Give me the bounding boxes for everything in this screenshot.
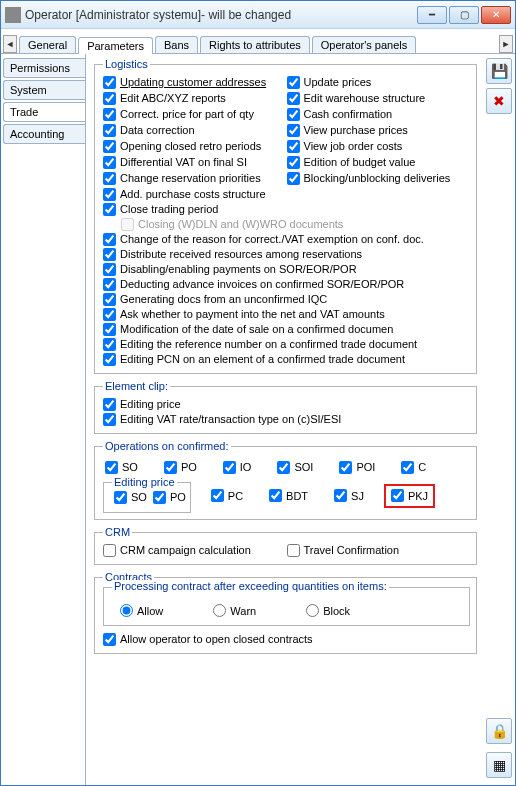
chk-box[interactable] xyxy=(287,76,300,89)
chk-box[interactable] xyxy=(103,544,116,557)
chk-item[interactable]: Add. purchase costs structure xyxy=(103,187,470,201)
chk-item[interactable]: Update prices xyxy=(287,75,471,89)
chk-item[interactable]: Travel Confirmation xyxy=(287,543,471,557)
vtab-accounting[interactable]: Accounting xyxy=(3,124,85,144)
chk-box[interactable] xyxy=(103,308,116,321)
chk-item[interactable]: Cash confirmation xyxy=(287,107,471,121)
chk-item[interactable]: Deducting advance invoices on confirmed … xyxy=(103,277,470,291)
tab-panels[interactable]: Operator's panels xyxy=(312,36,416,53)
chk-item[interactable]: C xyxy=(401,460,426,474)
chk-box[interactable] xyxy=(103,278,116,291)
chk-item[interactable]: Disabling/enabling payments on SOR/EOR/P… xyxy=(103,262,470,276)
chk-box[interactable] xyxy=(334,489,347,502)
chk-box[interactable] xyxy=(269,489,282,502)
chk-box[interactable] xyxy=(287,108,300,121)
chk-box[interactable] xyxy=(164,461,177,474)
vtab-system[interactable]: System xyxy=(3,80,85,100)
chk-pkj-box[interactable] xyxy=(391,489,404,502)
chk-box[interactable] xyxy=(103,140,116,153)
chk-item[interactable]: Differential VAT on final SI xyxy=(103,155,287,169)
chk-item[interactable]: Editing PCN on an element of a confirmed… xyxy=(103,352,470,366)
chk-item[interactable]: Editing VAT rate/transaction type on (c)… xyxy=(103,412,470,426)
chk-item[interactable]: Generating docs from an unconfirmed IQC xyxy=(103,292,470,306)
chk-box[interactable] xyxy=(103,233,116,246)
chk-box[interactable] xyxy=(287,140,300,153)
chk-box[interactable] xyxy=(103,156,116,169)
chk-box[interactable] xyxy=(103,263,116,276)
chk-box[interactable] xyxy=(287,544,300,557)
chk-item[interactable]: IO xyxy=(223,460,252,474)
chk-item[interactable]: Edit warehouse structure xyxy=(287,91,471,105)
chk-item[interactable]: Close trading period xyxy=(103,202,470,216)
chk-box[interactable] xyxy=(103,323,116,336)
save-button[interactable]: 💾 xyxy=(486,58,512,84)
vtab-permissions[interactable]: Permissions xyxy=(3,58,85,78)
radio-block[interactable]: Block xyxy=(306,604,350,617)
chk-box[interactable] xyxy=(105,461,118,474)
maximize-button[interactable]: ▢ xyxy=(449,6,479,24)
chk-box[interactable] xyxy=(277,461,290,474)
chk-item[interactable]: Data correction xyxy=(103,123,287,137)
chk-box[interactable] xyxy=(103,172,116,185)
chk-box[interactable] xyxy=(287,156,300,169)
chk-item[interactable]: SO xyxy=(105,460,138,474)
tab-bans[interactable]: Bans xyxy=(155,36,198,53)
chk-item[interactable]: Distribute received resources among rese… xyxy=(103,247,470,261)
chk-box[interactable] xyxy=(103,124,116,137)
tab-scroll-right[interactable]: ► xyxy=(499,35,513,53)
tab-rights[interactable]: Rights to attributes xyxy=(200,36,310,53)
chk-box[interactable] xyxy=(103,413,116,426)
chk-item[interactable]: Change of the reason for correct./VAT ex… xyxy=(103,232,470,246)
chk-item[interactable]: Change reservation priorities xyxy=(103,171,287,185)
chk-box[interactable] xyxy=(103,76,116,89)
chk-box[interactable] xyxy=(103,293,116,306)
chk-allow-open-closed[interactable]: Allow operator to open closed contracts xyxy=(103,632,470,646)
chk-item[interactable]: CRM campaign calculation xyxy=(103,543,287,557)
chk-box[interactable] xyxy=(223,461,236,474)
chk-item[interactable]: SOI xyxy=(277,460,313,474)
radio-warn[interactable]: Warn xyxy=(213,604,256,617)
tab-scroll-left[interactable]: ◄ xyxy=(3,35,17,53)
chk-item[interactable]: Modification of the date of sale on a co… xyxy=(103,322,470,336)
chk-item[interactable]: Editing the reference number on a confir… xyxy=(103,337,470,351)
chk-item[interactable]: PO xyxy=(164,460,197,474)
tab-parameters[interactable]: Parameters xyxy=(78,37,153,54)
chk-box[interactable] xyxy=(287,92,300,105)
chk-item[interactable]: Correct. price for part of qty xyxy=(103,107,287,121)
chk-item[interactable]: View purchase prices xyxy=(287,123,471,137)
chk-box[interactable] xyxy=(287,124,300,137)
chk-box[interactable] xyxy=(103,248,116,261)
chk-box[interactable] xyxy=(103,203,116,216)
chk-allow-open-closed-box[interactable] xyxy=(103,633,116,646)
chk-box[interactable] xyxy=(103,338,116,351)
chk-box[interactable] xyxy=(401,461,414,474)
chk-item[interactable]: Opening closed retro periods xyxy=(103,139,287,153)
chk-box[interactable] xyxy=(114,491,127,504)
chk-item[interactable]: PC xyxy=(211,489,243,503)
chk-item[interactable]: SJ xyxy=(334,489,364,503)
chk-item[interactable]: SO xyxy=(114,490,147,504)
vtab-trade[interactable]: Trade xyxy=(3,102,85,122)
chk-item[interactable]: Editing price xyxy=(103,397,470,411)
chk-box[interactable] xyxy=(339,461,352,474)
chk-item[interactable]: PO xyxy=(153,490,186,504)
chk-item[interactable]: Edit ABC/XYZ reports xyxy=(103,91,287,105)
chk-box[interactable] xyxy=(103,398,116,411)
close-button[interactable]: ✕ xyxy=(481,6,511,24)
chk-item[interactable]: View job order costs xyxy=(287,139,471,153)
lock-button[interactable]: 🔒 xyxy=(486,718,512,744)
delete-button[interactable]: ✖ xyxy=(486,88,512,114)
chk-item[interactable]: Updating customer addresses xyxy=(103,75,287,89)
chk-pkj[interactable]: PKJ xyxy=(391,489,428,503)
chk-box[interactable] xyxy=(103,92,116,105)
chk-item[interactable]: BDT xyxy=(269,489,308,503)
chk-box[interactable] xyxy=(103,353,116,366)
chk-box[interactable] xyxy=(287,172,300,185)
tab-general[interactable]: General xyxy=(19,36,76,53)
chk-box[interactable] xyxy=(153,491,166,504)
chk-item[interactable]: Ask whether to payment into the net and … xyxy=(103,307,470,321)
minimize-button[interactable]: ━ xyxy=(417,6,447,24)
misc-button[interactable]: ▦ xyxy=(486,752,512,778)
radio-allow[interactable]: Allow xyxy=(120,604,163,617)
chk-item[interactable]: Blocking/unblocking deliveries xyxy=(287,171,471,185)
